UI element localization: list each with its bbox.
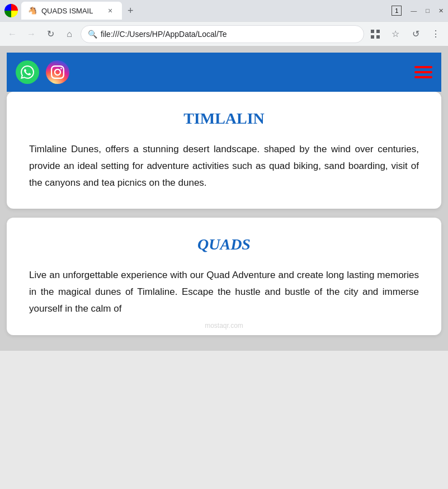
bookmark-button[interactable]: ☆ xyxy=(388,26,403,42)
tab-title: QUADS ISMAIL xyxy=(41,7,101,15)
hamburger-line-2 xyxy=(414,71,432,73)
hamburger-line-3 xyxy=(414,76,432,78)
undo-button[interactable]: ↺ xyxy=(408,26,423,42)
quads-card: QUADS Live an unforgettable experience w… xyxy=(7,218,441,335)
back-button[interactable]: ← xyxy=(4,26,20,42)
nav-actions: ☆ ↺ ⋮ xyxy=(367,26,444,42)
nav-bar: ← → ↻ ⌂ 🔍 file:///C:/Users/HP/AppData/Lo… xyxy=(0,21,448,46)
whatsapp-button[interactable] xyxy=(16,60,39,84)
search-icon: 🔍 xyxy=(88,30,97,39)
browser-frame: 🐴 QUADS ISMAIL × + 1 — □ ✕ ← → ↻ ⌂ 🔍 fil… xyxy=(0,0,448,351)
instagram-button[interactable] xyxy=(46,60,69,84)
svg-rect-0 xyxy=(371,30,374,33)
home-button[interactable]: ⌂ xyxy=(62,26,77,42)
quads-title: QUADS xyxy=(29,236,419,253)
svg-rect-3 xyxy=(376,35,380,39)
window-number-badge: 1 xyxy=(392,6,402,16)
timlalin-title: TIMLALIN xyxy=(29,110,419,128)
close-window-button[interactable]: ✕ xyxy=(438,7,444,15)
grid-icon xyxy=(370,29,380,39)
grid-button[interactable] xyxy=(367,26,383,42)
svg-rect-2 xyxy=(371,35,374,39)
window-controls: 1 — □ ✕ xyxy=(392,6,444,16)
minimize-button[interactable]: — xyxy=(411,7,417,14)
svg-rect-1 xyxy=(376,30,380,33)
hamburger-menu[interactable] xyxy=(414,66,432,78)
whatsapp-icon xyxy=(21,65,34,79)
tab-favicon: 🐴 xyxy=(28,6,37,15)
address-text: file:///C:/Users/HP/AppData/Local/Te xyxy=(101,30,357,39)
refresh-button[interactable]: ↻ xyxy=(43,26,58,42)
site-nav xyxy=(7,53,441,92)
tab-close-button[interactable]: × xyxy=(105,6,115,16)
new-tab-button[interactable]: + xyxy=(128,5,134,17)
address-bar[interactable]: 🔍 file:///C:/Users/HP/AppData/Local/Te xyxy=(81,25,364,43)
hamburger-line-1 xyxy=(414,66,432,68)
browser-tab[interactable]: 🐴 QUADS ISMAIL × xyxy=(21,2,122,20)
maximize-button[interactable]: □ xyxy=(426,7,430,14)
browser-logo xyxy=(4,4,18,17)
instagram-icon xyxy=(51,65,64,79)
quads-text: Live an unforgettable experience with ou… xyxy=(29,267,419,317)
timlalin-card: TIMLALIN Timlaline Dunes, offers a stunn… xyxy=(7,92,441,209)
menu-button[interactable]: ⋮ xyxy=(428,26,444,42)
title-bar: 🐴 QUADS ISMAIL × + 1 — □ ✕ xyxy=(0,0,448,21)
social-icons xyxy=(16,60,69,84)
forward-button[interactable]: → xyxy=(23,26,39,42)
timlalin-text: Timlaline Dunes, offers a stunning deser… xyxy=(29,141,419,191)
page-content: TIMLALIN Timlaline Dunes, offers a stunn… xyxy=(0,46,448,351)
